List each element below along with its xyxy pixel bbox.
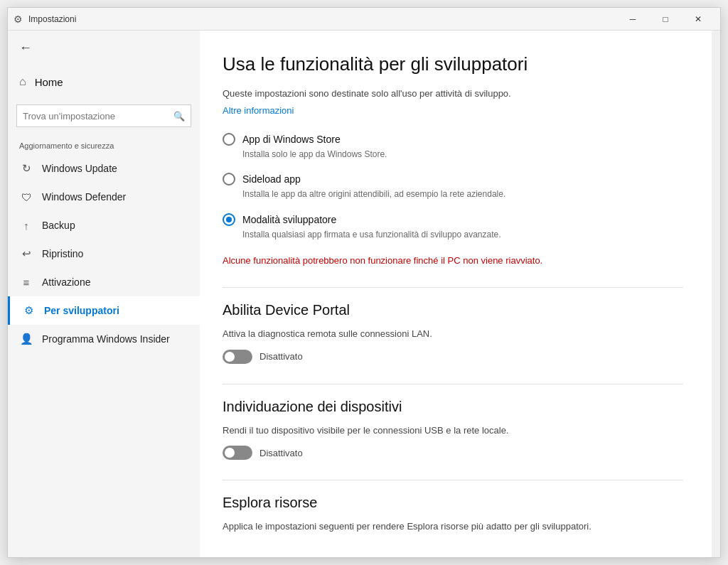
device-discovery-toggle[interactable] [223,446,252,460]
radio-app-store[interactable] [223,133,235,146]
device-portal-toggle[interactable] [223,350,252,364]
programma-insider-icon: 👤 [19,332,33,346]
sidebar-item-windows-update[interactable]: ↻ Windows Update [8,154,200,183]
radio-option-developer-mode: Modalità sviluppatore Installa qualsiasi… [223,213,683,241]
windows-update-icon: ↻ [19,161,33,176]
backup-icon: ↑ [19,218,33,232]
device-portal-toggle-label: Disattivato [259,351,303,362]
sidebar-item-backup[interactable]: ↑ Backup [8,211,200,240]
sidebar: ← ⌂ Home 🔍 Aggiornamento e sicurezza ↻ W… [8,31,200,557]
radio-inner-dot [226,217,232,222]
radio-option-app-store: App di Windows Store Installa solo le ap… [223,133,683,161]
sidebar-item-label-backup: Backup [42,220,75,231]
sidebar-item-windows-defender[interactable]: 🛡 Windows Defender [8,183,200,211]
scrollbar[interactable] [712,31,720,557]
sidebar-item-programma-insider[interactable]: 👤 Programma Windows Insider [8,325,200,353]
search-input[interactable] [17,111,168,122]
radio-label-app-store: App di Windows Store [242,134,341,145]
separator-1 [223,287,683,288]
sidebar-item-label-per-sviluppatori: Per sviluppatori [44,305,119,316]
esplora-risorse-desc: Applica le impostazioni seguenti per ren… [223,520,683,534]
radio-desc-developer-mode: Installa qualsiasi app firmata e usa fun… [223,229,683,241]
sidebar-item-attivazione[interactable]: ≡ Attivazione [8,268,200,296]
per-sviluppatori-icon: ⚙ [21,303,36,318]
title-bar: ⚙ Impostazioni ─ □ ✕ [8,8,720,31]
page-subtitle: Queste impostazioni sono destinate solo … [223,87,683,101]
sidebar-item-label-programma-insider: Programma Windows Insider [42,333,170,345]
close-button[interactable]: ✕ [682,8,714,31]
device-discovery-toggle-knob [225,448,235,458]
device-discovery-toggle-label: Disattivato [259,448,303,458]
home-label: Home [35,76,63,88]
device-discovery-desc: Rendi il tuo dispositivo visibile per le… [223,424,683,438]
device-discovery-toggle-row: Disattivato [223,446,683,460]
main-content: Usa le funzionalità per gli sviluppatori… [200,31,712,557]
search-box: 🔍 [16,104,191,127]
radio-label-sideload: Sideload app [242,173,301,185]
sidebar-item-label-windows-defender: Windows Defender [42,191,126,203]
attivazione-icon: ≡ [19,275,33,289]
content-area: ← ⌂ Home 🔍 Aggiornamento e sicurezza ↻ W… [8,31,720,557]
sidebar-section-label: Aggiornamento e sicurezza [8,133,200,154]
settings-window: ⚙ Impostazioni ─ □ ✕ ← ⌂ Home 🔍 Aggiorna… [7,7,721,558]
window-controls: ─ □ ✕ [616,8,714,31]
separator-2 [223,384,683,384]
windows-defender-icon: 🛡 [19,190,33,204]
device-portal-desc: Attiva la diagnostica remota sulle conne… [223,327,683,341]
sidebar-item-label-ripristino: Ripristino [42,248,83,259]
back-arrow-icon: ← [19,41,32,55]
page-title: Usa le funzionalità per gli sviluppatori [223,53,683,75]
window-title: Impostazioni [28,14,616,24]
radio-desc-app-store: Installa solo le app da Windows Store. [223,149,683,161]
radio-row-app-store[interactable]: App di Windows Store [223,133,683,146]
sidebar-item-label-attivazione: Attivazione [42,276,90,288]
sidebar-item-home[interactable]: ⌂ Home [8,65,200,99]
radio-developer-mode[interactable] [223,213,235,226]
device-portal-toggle-row: Disattivato [223,350,683,364]
radio-option-sideload: Sideload app Installa le app da altre or… [223,173,683,200]
settings-icon: ⚙ [14,14,23,25]
search-icon: 🔍 [168,111,191,122]
back-button[interactable]: ← [8,31,43,65]
more-info-link[interactable]: Altre informazioni [223,105,294,116]
radio-sideload[interactable] [223,173,235,185]
radio-desc-sideload: Installa le app da altre origini attendi… [223,188,683,200]
sidebar-item-label-windows-update: Windows Update [42,163,117,174]
device-portal-title: Abilita Device Portal [223,302,683,318]
restore-button[interactable]: □ [649,8,682,31]
ripristino-icon: ↩ [19,247,33,261]
separator-3 [223,480,683,480]
radio-row-sideload[interactable]: Sideload app [223,173,683,185]
radio-row-developer-mode[interactable]: Modalità sviluppatore [223,213,683,226]
minimize-button[interactable]: ─ [616,8,649,31]
device-portal-toggle-knob [225,352,235,362]
warning-text: Alcune funzionalità potrebbero non funzi… [223,254,683,268]
radio-label-developer-mode: Modalità sviluppatore [242,214,336,225]
home-icon: ⌂ [19,75,26,88]
esplora-risorse-title: Esplora risorse [223,495,683,511]
device-discovery-title: Individuazione dei dispositivi [223,399,683,415]
sidebar-item-per-sviluppatori[interactable]: ⚙ Per sviluppatori [8,296,200,325]
sidebar-item-ripristino[interactable]: ↩ Ripristino [8,240,200,268]
